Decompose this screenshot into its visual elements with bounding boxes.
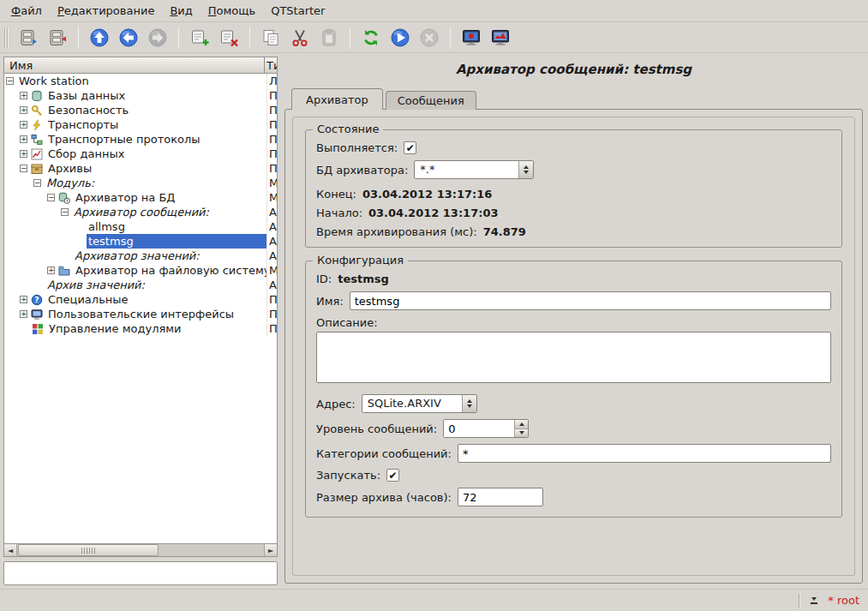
tree-item-label: Базы данных: [46, 88, 266, 103]
scroll-left-icon[interactable]: ◄: [4, 544, 17, 556]
tree-item[interactable]: allmsgА: [4, 219, 277, 234]
tree-item-type: А: [266, 205, 277, 219]
collapse-icon[interactable]: −: [6, 77, 14, 85]
scroll-right-icon[interactable]: ►: [264, 544, 277, 556]
forward-button: [145, 25, 171, 51]
tree-item[interactable]: −Модуль:М: [4, 176, 277, 190]
toolbar-separator: [178, 27, 179, 49]
copy-item-button[interactable]: [258, 25, 284, 51]
back-button[interactable]: [116, 25, 141, 51]
tree-item[interactable]: +ТранспортыП: [4, 117, 277, 132]
save-to-db-button[interactable]: [45, 25, 70, 51]
expand-icon[interactable]: +: [20, 121, 27, 129]
message-level-input[interactable]: [444, 420, 514, 437]
tree-item[interactable]: +?СпециальныеП: [4, 292, 277, 307]
start-checkbox[interactable]: [386, 469, 399, 482]
tree-item[interactable]: +Транспортные протоколыП: [4, 132, 277, 147]
toolbar-handle[interactable]: [4, 27, 9, 48]
expand-icon[interactable]: +: [20, 106, 27, 114]
add-item-icon: [189, 27, 210, 48]
panel-splitter[interactable]: [278, 57, 284, 585]
stop-button: [416, 25, 442, 51]
tree-item-label: Архиватор на файловую систему: [74, 263, 266, 278]
tree-item[interactable]: Управление модулямиП: [4, 321, 277, 336]
vision-ui-button[interactable]: [488, 25, 513, 51]
tree-item-label: Сбор данных: [46, 147, 266, 161]
tree-item-label: Модуль:: [45, 176, 266, 190]
name-input[interactable]: [350, 291, 831, 310]
combo-arrows-icon[interactable]: [518, 161, 533, 178]
collapse-icon[interactable]: −: [61, 208, 69, 216]
address-combo[interactable]: SQLite.ARXIV: [362, 394, 477, 413]
menu-edit[interactable]: Редактирование: [50, 2, 162, 20]
scrollbar-track[interactable]: [17, 544, 264, 556]
user-select-button[interactable]: [806, 593, 822, 608]
tree-item[interactable]: −Архиватор сообщений:А: [4, 205, 277, 219]
expand-icon[interactable]: +: [20, 150, 27, 158]
tree-item[interactable]: +Базы данныхП: [4, 88, 277, 103]
expand-icon[interactable]: +: [47, 267, 55, 274]
archiver-db-combo[interactable]: *.*: [414, 160, 534, 179]
tree-item[interactable]: +Сбор данныхП: [4, 147, 277, 161]
tree-item-label: testmsg: [87, 234, 266, 249]
menu-qtstarter[interactable]: QTStarter: [263, 2, 332, 20]
message-level-label: Уровень сообщений:: [316, 422, 437, 435]
collapse-icon[interactable]: −: [20, 165, 27, 172]
spin-up-icon[interactable]: [515, 420, 528, 429]
tree-item-label: Управление модулями: [47, 321, 266, 336]
expand-icon[interactable]: +: [20, 92, 27, 99]
combo-arrows-icon[interactable]: [462, 395, 476, 412]
categories-input[interactable]: [458, 444, 831, 463]
tab-archiver[interactable]: Архиватор: [291, 88, 383, 110]
scrollbar-thumb[interactable]: [18, 544, 159, 556]
status-bar: * root: [0, 589, 868, 611]
tree-item-type: П: [266, 292, 277, 307]
tree-item-label: Архиватор на БД: [74, 190, 266, 205]
tree-item-type: П: [266, 88, 277, 103]
tab-pane-inner: Состояние Выполняется: БД архиватора: *.…: [292, 117, 855, 576]
refresh-button[interactable]: [358, 25, 384, 51]
tree-item[interactable]: testmsgА: [4, 234, 277, 249]
start-periodic-update-button[interactable]: [387, 25, 413, 51]
column-header-name[interactable]: Имя: [4, 57, 265, 73]
up-button[interactable]: [87, 25, 112, 51]
load-db-icon: [18, 27, 39, 48]
tree-item[interactable]: +БезопасностьП: [4, 103, 277, 117]
qtcfg-icon: [461, 27, 482, 48]
spin-down-icon[interactable]: [515, 429, 528, 438]
running-checkbox[interactable]: [404, 141, 416, 154]
cut-item-button[interactable]: [287, 25, 313, 51]
expand-icon[interactable]: +: [20, 135, 27, 143]
tree-item[interactable]: −АрхивыП: [4, 161, 277, 176]
tree-item-type: П: [266, 132, 277, 147]
tree-item[interactable]: −Архиватор на БДМ: [4, 190, 277, 205]
tab-messages[interactable]: Сообщения: [386, 91, 476, 110]
load-from-db-button[interactable]: [15, 25, 41, 51]
tree-item[interactable]: +Пользовательские интерфейсыП: [4, 307, 277, 321]
collapse-icon[interactable]: −: [33, 179, 41, 187]
refresh-icon: [361, 27, 381, 48]
tree-item[interactable]: +Архиватор на файловую системуМ: [4, 263, 277, 278]
expand-icon[interactable]: +: [20, 296, 27, 303]
tree-item[interactable]: Архив значений:А: [4, 278, 277, 292]
qtcfg-ui-button[interactable]: [458, 25, 484, 51]
add-item-button[interactable]: [187, 25, 213, 51]
expand-icon[interactable]: +: [20, 310, 27, 318]
description-label: Описание:: [316, 316, 831, 329]
column-header-type[interactable]: Тип: [265, 57, 277, 73]
menu-help[interactable]: Помощь: [201, 2, 263, 20]
message-level-spinbox[interactable]: [443, 419, 529, 438]
copy-icon: [260, 27, 281, 48]
tree-item-type: А: [266, 219, 277, 234]
archiving-time-value: 74.879: [483, 225, 526, 238]
tree-filter-box[interactable]: [3, 561, 278, 585]
description-textarea[interactable]: [316, 332, 831, 383]
menu-file[interactable]: Файл: [3, 2, 50, 20]
collapse-icon[interactable]: −: [47, 194, 55, 201]
menu-view[interactable]: Вид: [162, 2, 200, 20]
delete-item-button[interactable]: [216, 25, 242, 51]
tree-item-type: П: [266, 161, 277, 176]
archive-size-input[interactable]: [458, 488, 543, 506]
tree-item[interactable]: Архиватор значений:А: [4, 249, 277, 263]
tree-item[interactable]: −Work stationЛ: [4, 74, 277, 88]
